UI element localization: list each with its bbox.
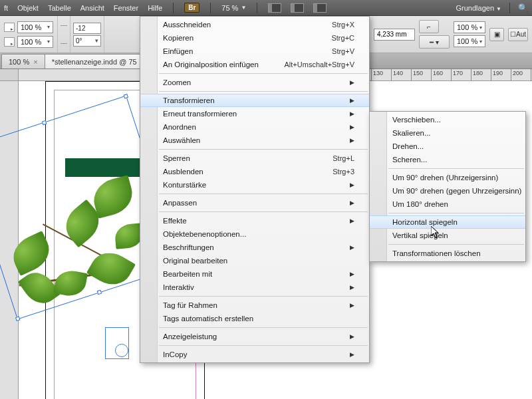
menu-item-hide[interactable]: AusblendenStrg+3 [140,165,369,178]
menu-item-edit-with[interactable]: Bearbeiten mit▶ [140,267,369,281]
menu-objekt[interactable]: Objekt [17,4,39,12]
scale-x-icon [4,23,15,32]
submenu-item-rotate-180[interactable]: Um 180° drehen [370,198,525,211]
menu-label: Bearbeiten mit [163,270,212,278]
menu-label: Vertikal spiegeln [392,231,448,239]
ruler-tick-label: 130 [373,70,383,76]
zoom-level-dropdown[interactable]: 75 %▼ [221,4,246,12]
menu-label: Original bearbeiten [163,257,227,265]
view-options-icon[interactable] [313,3,327,13]
scale-x-field[interactable]: 100 %▾ [17,21,53,33]
ruler-tick: 140 [391,69,392,81]
chevron-down-icon: ▼ [241,5,246,11]
submenu-arrow-icon: ▶ [350,79,354,86]
menu-item-effects[interactable]: Effekte▶ [140,214,369,227]
ruler-tick: 210 [531,69,531,81]
menu-item-display-performance[interactable]: Anzeigeleistung▶ [140,330,369,343]
menu-item-arrange[interactable]: Anordnen▶ [140,120,369,134]
submenu-item-rotate[interactable]: Drehen... [370,140,525,153]
document-tab-active[interactable]: *stellenanzeige.indd @ 75 [45,54,144,68]
menu-ft[interactable]: ft [4,4,8,12]
submenu-item-flip-vertical[interactable]: Vertikal spiegeln [370,229,525,242]
submenu-item-flip-horizontal[interactable]: Horizontal spiegeln [370,215,525,229]
scale-y-field[interactable]: 100 %▾ [17,36,53,48]
menu-item-incopy[interactable]: InCopy▶ [140,348,369,361]
submenu-arrow-icon: ▶ [350,137,354,144]
fit-content-icon[interactable]: ▣ [489,28,504,41]
menu-item-edit-original[interactable]: Original bearbeiten [140,254,369,267]
menu-item-cut[interactable]: AusschneidenStrg+X [140,18,369,31]
scale-right-field-1[interactable]: 100 %▾ [454,21,485,33]
submenu-item-rotate-90-cw[interactable]: Um 90° drehen (Uhrzeigersinn) [370,171,525,184]
menu-item-captions[interactable]: Beschriftungen▶ [140,241,369,254]
menu-item-fitting[interactable]: Anpassen▶ [140,196,369,209]
menu-item-copy[interactable]: KopierenStrg+C [140,31,369,45]
ruler-tick-label: 200 [513,70,523,76]
rotation-field[interactable]: 0°▾ [73,35,101,47]
menu-tabelle[interactable]: Tabelle [48,4,71,12]
ruler-origin[interactable] [0,69,19,81]
transform-submenu: Verschieben... Skalieren... Drehen... Sc… [369,111,526,262]
menu-item-paste-in-place[interactable]: An Originalposition einfügenAlt+Umschalt… [140,58,369,71]
menu-label: Um 180° drehen [392,200,448,208]
menu-label: Interaktiv [163,283,194,291]
close-tab-icon[interactable]: × [33,58,37,66]
menu-hilfe[interactable]: Hilfe [148,4,162,12]
submenu-arrow-icon: ▶ [350,351,354,358]
menu-separator [159,91,368,92]
menu-label: An Originalposition einfügen [163,61,259,68]
menu-item-lock[interactable]: SperrenStrg+L [140,152,369,165]
corner-options-icon[interactable]: ⌐ [419,20,439,33]
workspace-switcher[interactable]: Grundlagen ▼ [456,4,501,12]
menu-label: Effekte [163,217,187,225]
selection-handle[interactable] [42,120,47,126]
context-menu: AusschneidenStrg+X KopierenStrg+C Einfüg… [140,16,370,363]
submenu-item-shear[interactable]: Scheren... [370,153,525,166]
menu-label: Um 90° drehen (Uhrzeigersinn) [392,174,498,182]
menu-separator [159,149,368,150]
submenu-item-move[interactable]: Verschieben... [370,113,525,126]
selection-handle[interactable] [15,317,21,322]
submenu-arrow-icon: ▶ [350,244,354,251]
search-icon[interactable]: 🔍 [518,3,528,13]
ruler-tick: 200 [511,69,511,81]
menu-ansicht[interactable]: Ansicht [80,4,104,12]
menu-label: InCopy [163,350,187,358]
submenu-item-rotate-90-ccw[interactable]: Um 90° drehen (gegen Uhrzeigersinn) [370,184,525,198]
stroke-style-dropdown[interactable]: ━ ▾ [419,35,450,49]
menu-label: Sperren [163,154,190,162]
menu-item-select[interactable]: Auswählen▶ [140,134,369,147]
menu-label: Drehen... [392,142,424,150]
menu-fenster[interactable]: Fenster [114,4,138,12]
menu-item-object-layer-options[interactable]: Objektebenenoptionen... [140,227,369,241]
text-frame[interactable] [115,344,128,357]
menu-item-interactive[interactable]: Interaktiv▶ [140,281,369,294]
menu-label: Scheren... [392,156,427,164]
menu-separator [159,296,368,297]
menu-item-tag-frame[interactable]: Tag für Rahmen▶ [140,299,369,312]
submenu-arrow-icon: ▶ [350,110,354,117]
menu-shortcut: Strg+V [332,47,354,55]
constrain-link-icon[interactable] [61,25,67,44]
menu-item-autotag[interactable]: Tags automatisch erstellen [140,312,369,325]
menu-label: Einfügen [163,47,193,55]
skew-value: -12 [76,25,85,32]
document-tab[interactable]: 100 %× [1,54,45,68]
rotation-value: 0° [76,37,82,45]
menu-item-zoom[interactable]: Zoomen▶ [140,76,369,89]
scale-right-field-2[interactable]: 100 %▾ [454,35,485,47]
menu-item-transform[interactable]: Transformieren▶ [140,94,369,107]
submenu-item-clear-transformations[interactable]: Transformationen löschen [370,247,525,260]
stroke-weight-field[interactable]: 4,233 mm [374,29,415,41]
menu-label: Zoomen [163,78,191,86]
menu-item-paste[interactable]: EinfügenStrg+V [140,45,369,58]
bridge-badge[interactable]: Br [184,3,200,13]
screen-mode-icon[interactable] [268,3,281,13]
ruler-tick: 160 [431,69,432,81]
auto-fit-toggle[interactable]: ☐ Aut [508,28,528,41]
submenu-item-scale[interactable]: Skalieren... [370,126,525,140]
skew-field[interactable]: -12 [73,23,101,34]
menu-item-transform-again[interactable]: Erneut transformieren▶ [140,107,369,120]
arrange-docs-icon[interactable] [291,3,304,13]
menu-item-stroke-weight[interactable]: Konturstärke▶ [140,178,369,192]
